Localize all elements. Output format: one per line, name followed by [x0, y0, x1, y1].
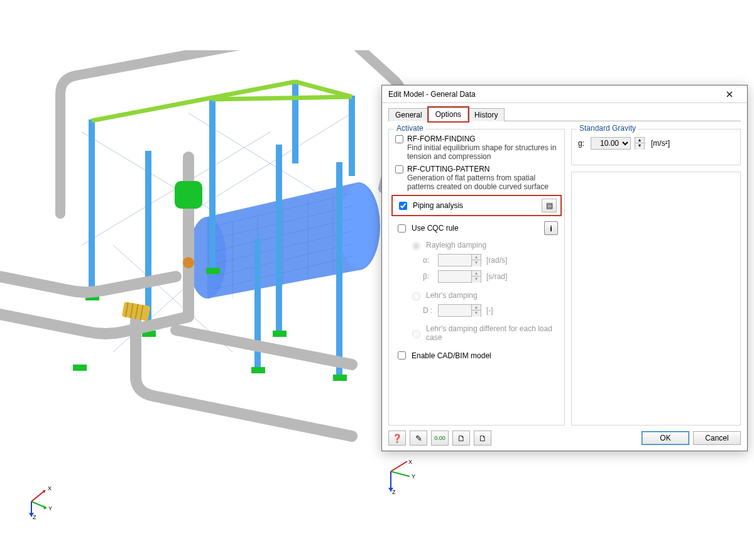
alpha-spinner: ▲▼: [471, 255, 481, 266]
beta-symbol: β:: [423, 272, 434, 281]
svg-line-46: [31, 490, 45, 502]
cqc-label: Use CQC rule: [412, 224, 459, 233]
edit-model-dialog: Edit Model - General Data General Option…: [381, 85, 748, 451]
tab-history[interactable]: History: [467, 108, 505, 121]
cutting-checkbox[interactable]: [395, 165, 403, 173]
gravity-symbol: g:: [578, 139, 584, 148]
lehr-diff-label: Lehr's damping different for each load c…: [426, 324, 558, 342]
units-icon: 0.00: [434, 435, 445, 441]
beta-spinner: ▲▼: [471, 271, 481, 283]
lehr-radio: [412, 292, 420, 300]
cqc-info-button[interactable]: i: [544, 221, 558, 235]
cutting-desc: Generation of flat patterns from spatial…: [407, 173, 558, 191]
close-button[interactable]: [717, 87, 742, 101]
dialog-titlebar[interactable]: Edit Model - General Data: [382, 85, 747, 103]
formfinding-checkbox[interactable]: [395, 135, 403, 143]
svg-marker-50: [43, 505, 46, 510]
tab-options[interactable]: Options: [429, 107, 468, 121]
activate-legend: Activate: [394, 124, 426, 133]
d-spinner: ▲▼: [471, 305, 481, 317]
beta-unit: [s/rad]: [486, 272, 507, 281]
svg-text:Y: Y: [48, 505, 52, 512]
tab-general[interactable]: General: [388, 108, 429, 121]
tool2-icon: 🗋: [479, 434, 487, 443]
alpha-input: ▲▼: [438, 254, 481, 266]
dialog-button-bar: ❓ ✎ 0.00 🗋 🗋 OK Cancel: [388, 425, 741, 446]
piping-label: Piping analysis: [413, 201, 463, 210]
ok-label: OK: [660, 434, 670, 442]
notes-button[interactable]: ✎: [410, 431, 427, 446]
dialog-title: Edit Model - General Data: [388, 90, 717, 99]
gravity-unit: [m/s²]: [651, 139, 670, 148]
svg-rect-29: [273, 331, 287, 337]
d-input: ▲▼: [438, 304, 481, 317]
svg-text:Z: Z: [33, 514, 36, 520]
piping-option-highlight: Piping analysis ▤: [391, 195, 562, 216]
piping-settings-button[interactable]: ▤: [542, 199, 557, 212]
axis-gizmo-secondary: X Y Z: [382, 459, 420, 497]
close-icon: [726, 91, 733, 97]
svg-rect-32: [251, 367, 265, 373]
rayleigh-label: Rayleigh damping: [426, 241, 486, 250]
cutting-title: RF-CUTTING-PATTERN: [407, 165, 558, 173]
lehr-diff-radio: [412, 330, 420, 338]
d-unit: [-]: [486, 306, 493, 315]
units-button[interactable]: 0.00: [431, 431, 449, 446]
gravity-select[interactable]: 10.00: [591, 137, 631, 150]
alpha-unit: [rad/s]: [486, 256, 507, 265]
cad-checkbox[interactable]: [398, 351, 406, 360]
svg-rect-33: [73, 365, 87, 371]
tool1-icon: 🗋: [457, 434, 466, 443]
info-icon: i: [550, 224, 552, 233]
svg-line-55: [391, 461, 407, 471]
tab-bar: General Options History: [388, 107, 741, 121]
cancel-button[interactable]: Cancel: [693, 431, 741, 445]
formfinding-desc: Find initial equilibrium shape for struc…: [407, 143, 558, 161]
svg-point-40: [183, 257, 194, 268]
cad-label: Enable CAD/BIM model: [412, 351, 491, 360]
rayleigh-radio: [412, 242, 420, 250]
tool1-button[interactable]: 🗋: [452, 431, 470, 446]
gravity-fieldset: Standard Gravity g: 10.00 ▲▼ [m/s²]: [571, 129, 741, 165]
help-icon: ❓: [392, 434, 402, 443]
formfinding-option[interactable]: RF-FORM-FINDING Find initial equilibrium…: [395, 135, 558, 161]
svg-text:X: X: [408, 459, 412, 465]
svg-rect-30: [333, 375, 347, 381]
gravity-empty-panel: [571, 172, 741, 425]
help-button[interactable]: ❓: [388, 431, 406, 446]
d-symbol: D :: [423, 306, 434, 315]
svg-rect-39: [175, 181, 202, 209]
activate-fieldset: Activate RF-FORM-FINDING Find initial eq…: [388, 129, 565, 425]
cutting-option[interactable]: RF-CUTTING-PATTERN Generation of flat pa…: [395, 165, 558, 191]
svg-rect-28: [206, 268, 220, 274]
formfinding-title: RF-FORM-FINDING: [407, 135, 558, 143]
cancel-label: Cancel: [705, 434, 728, 442]
svg-text:X: X: [48, 485, 52, 491]
piping-checkbox[interactable]: [399, 202, 407, 210]
piping-settings-icon: ▤: [546, 201, 553, 210]
svg-line-35: [92, 82, 295, 121]
svg-point-7: [339, 184, 377, 269]
svg-line-57: [391, 471, 410, 476]
cqc-checkbox[interactable]: [398, 224, 406, 233]
ok-button[interactable]: OK: [642, 431, 689, 445]
svg-line-37: [295, 82, 352, 97]
tool2-button[interactable]: 🗋: [474, 431, 491, 446]
alpha-symbol: α:: [423, 256, 434, 265]
gravity-spinner-wrap[interactable]: ▲▼: [635, 137, 645, 150]
gravity-legend: Standard Gravity: [577, 124, 638, 133]
axis-gizmo: X Y Z: [19, 483, 57, 520]
svg-line-36: [212, 97, 352, 99]
beta-input: ▲▼: [438, 270, 481, 283]
notes-icon: ✎: [415, 434, 422, 443]
lehr-label: Lehr's damping: [426, 291, 478, 300]
gravity-spinner[interactable]: ▲▼: [635, 138, 644, 150]
svg-text:Z: Z: [392, 489, 396, 495]
svg-text:Y: Y: [412, 473, 415, 480]
